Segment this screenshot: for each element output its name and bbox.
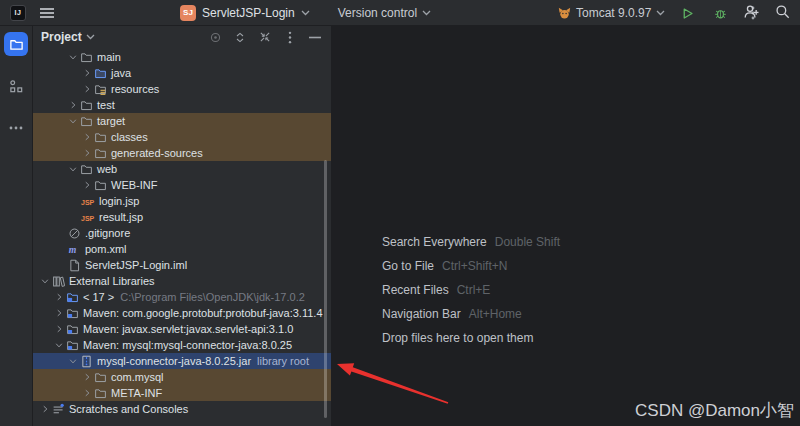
- chevron-right-icon[interactable]: [67, 99, 79, 111]
- tree-row[interactable]: web: [33, 161, 333, 177]
- chevron-down-icon: [422, 10, 431, 16]
- jar-icon: [79, 354, 93, 368]
- tree-row[interactable]: java: [33, 65, 333, 81]
- chevron-right-icon[interactable]: [81, 179, 93, 191]
- svg-text:m: m: [68, 244, 76, 255]
- tree-item-secondary-label: C:\Program Files\OpenJDK\jdk-17.0.2: [120, 291, 305, 303]
- tree-item-label: Maven: com.google.protobuf:protobuf-java…: [83, 307, 323, 319]
- chevron-right-icon[interactable]: [53, 291, 65, 303]
- chevron-down-icon[interactable]: [67, 163, 79, 175]
- version-control-widget[interactable]: Version control: [338, 6, 431, 20]
- tree-row[interactable]: mpom.xml: [33, 241, 333, 257]
- chevron-right-icon[interactable]: [53, 307, 65, 319]
- tree-row[interactable]: com.mysql: [33, 369, 333, 385]
- tree-row[interactable]: External Libraries: [33, 273, 333, 289]
- scratches-icon: [51, 402, 65, 416]
- chevron-right-icon[interactable]: [81, 67, 93, 79]
- tree-row[interactable]: .gitignore: [33, 225, 333, 241]
- project-tool-button[interactable]: [4, 32, 28, 56]
- chevron-right-icon[interactable]: [81, 131, 93, 143]
- main-menu-button[interactable]: [34, 2, 60, 24]
- run-button[interactable]: [674, 2, 700, 24]
- tree-row[interactable]: main: [33, 49, 333, 65]
- expand-collapse-button[interactable]: [232, 29, 248, 45]
- shortcut-keys: Alt+Home: [469, 307, 522, 321]
- chevron-down-icon[interactable]: [53, 339, 65, 351]
- svg-text:JSP: JSP: [81, 214, 95, 221]
- tree-item-label: pom.xml: [85, 243, 127, 255]
- chevron-down-icon[interactable]: [67, 115, 79, 127]
- jsp-icon: JSP: [81, 210, 95, 224]
- chevron-right-icon[interactable]: [81, 147, 93, 159]
- structure-tool-button[interactable]: [4, 74, 28, 98]
- folder-icon: [9, 37, 24, 52]
- search-everywhere-button[interactable]: [775, 4, 790, 23]
- tree-item-label: resources: [111, 83, 159, 95]
- tree-item-label: main: [97, 51, 121, 63]
- project-panel-title[interactable]: Project: [41, 30, 82, 44]
- tree-row[interactable]: test: [33, 97, 333, 113]
- tree-item-label: com.mysql: [111, 371, 164, 383]
- chevron-down-icon[interactable]: [67, 355, 79, 367]
- hide-panel-button[interactable]: [307, 29, 323, 45]
- chevron-right-icon[interactable]: [81, 83, 93, 95]
- chevron-down-icon: [301, 10, 310, 16]
- tree-row[interactable]: META-INF: [33, 385, 333, 401]
- panel-options-button[interactable]: [282, 29, 298, 45]
- collapse-all-button[interactable]: [257, 29, 273, 45]
- main-toolbar: IJ SJ ServletJSP-Login Version control: [0, 0, 800, 26]
- tree-row[interactable]: WEB-INF: [33, 177, 333, 193]
- chevron-down-icon[interactable]: [39, 275, 51, 287]
- shortcut-keys: Ctrl+E: [457, 283, 491, 297]
- tree-row[interactable]: Maven: mysql:mysql-connector-java:8.0.25: [33, 337, 333, 353]
- folder-icon: [79, 98, 93, 112]
- tree-row[interactable]: Maven: com.google.protobuf:protobuf-java…: [33, 305, 333, 321]
- version-control-label: Version control: [338, 6, 417, 20]
- tree-row[interactable]: < 17 >C:\Program Files\OpenJDK\jdk-17.0.…: [33, 289, 333, 305]
- shortcut-hint: Go to FileCtrl+Shift+N: [382, 254, 560, 278]
- shortcut-keys: Double Shift: [495, 235, 560, 249]
- code-with-me-button[interactable]: [743, 4, 759, 23]
- chevron-right-icon[interactable]: [53, 323, 65, 335]
- tree-row[interactable]: JSPlogin.jsp: [33, 193, 333, 209]
- folder-icon: [93, 386, 107, 400]
- tree-row[interactable]: mysql-connector-java-8.0.25.jarlibrary r…: [33, 353, 333, 369]
- tree-item-label: WEB-INF: [111, 179, 157, 191]
- folder-icon: [79, 50, 93, 64]
- tree-row[interactable]: JSPresult.jsp: [33, 209, 333, 225]
- tree-row[interactable]: target: [33, 113, 333, 129]
- chevron-right-icon[interactable]: [81, 371, 93, 383]
- tree-row[interactable]: resources: [33, 81, 333, 97]
- locate-file-button[interactable]: [207, 29, 223, 45]
- chevron-right-icon[interactable]: [81, 387, 93, 399]
- tree-row[interactable]: Scratches and Consoles: [33, 401, 333, 417]
- shortcut-action-label: Navigation Bar: [382, 307, 461, 321]
- chevron-down-icon[interactable]: [86, 34, 95, 40]
- project-panel: Project mainjavaresources: [33, 26, 333, 426]
- tree-row[interactable]: Maven: javax.servlet:javax.servlet-api:3…: [33, 321, 333, 337]
- tree-item-secondary-label: library root: [257, 355, 309, 367]
- project-widget[interactable]: SJ ServletJSP-Login: [180, 5, 310, 21]
- ignore-icon: [67, 226, 81, 240]
- tree-row[interactable]: generated-sources: [33, 145, 333, 161]
- intellij-logo-icon: IJ: [10, 5, 26, 21]
- folder-icon: [93, 146, 107, 160]
- tree-item-label: target: [97, 115, 125, 127]
- folder-icon: [79, 114, 93, 128]
- folder-icon: [79, 162, 93, 176]
- tree-item-label: Scratches and Consoles: [69, 403, 188, 415]
- chevron-right-icon[interactable]: [39, 403, 51, 415]
- folder-icon: [93, 178, 107, 192]
- ide-window: IJ SJ ServletJSP-Login Version control: [0, 0, 800, 426]
- shortcut-action-label: Go to File: [382, 259, 434, 273]
- run-configuration-selector[interactable]: Tomcat 9.0.97: [558, 6, 665, 20]
- shortcut-keys: Ctrl+Shift+N: [442, 259, 507, 273]
- libraries-icon: [51, 274, 65, 288]
- chevron-down-icon[interactable]: [67, 51, 79, 63]
- more-tool-windows-button[interactable]: [4, 116, 28, 140]
- debug-button[interactable]: [707, 2, 733, 24]
- shortcut-action-label: Search Everywhere: [382, 235, 487, 249]
- tree-scrollbar[interactable]: [324, 160, 327, 418]
- tree-row[interactable]: ServletJSP-Login.iml: [33, 257, 333, 273]
- tree-row[interactable]: classes: [33, 129, 333, 145]
